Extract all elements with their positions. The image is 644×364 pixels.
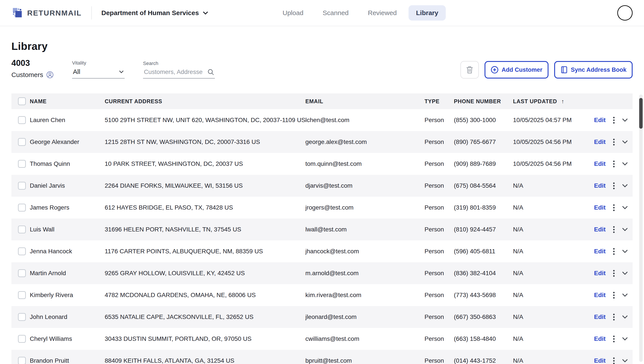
person-circle-icon[interactable] xyxy=(46,71,54,78)
row-checkbox[interactable] xyxy=(18,269,26,277)
customer-email: lchen@test.com xyxy=(305,116,424,124)
customer-address: 1215 28TH ST NW, WASHINGTON, DC, 20007-3… xyxy=(105,138,305,146)
kebab-menu-icon[interactable] xyxy=(612,116,615,125)
row-checkbox[interactable] xyxy=(18,248,26,255)
edit-link[interactable]: Edit xyxy=(594,226,606,233)
column-header-current-address[interactable]: CURRENT ADDRESS xyxy=(105,98,305,104)
kebab-menu-icon[interactable] xyxy=(612,247,615,256)
chevron-down-icon[interactable] xyxy=(622,184,628,188)
customers-table: NAME CURRENT ADDRESS EMAIL TYPE PHONE NU… xyxy=(12,94,632,364)
edit-link[interactable]: Edit xyxy=(594,204,606,211)
sync-address-book-button[interactable]: Sync Address Book xyxy=(554,61,632,78)
row-checkbox[interactable] xyxy=(18,160,26,168)
chevron-down-icon[interactable] xyxy=(622,140,628,144)
customer-last-updated: N/A xyxy=(513,248,594,255)
customer-type: Person xyxy=(424,116,454,124)
column-header-last-updated[interactable]: LAST UPDATED ↑ xyxy=(513,98,594,105)
nav-tab-scanned[interactable]: Scanned xyxy=(315,5,356,20)
row-checkbox[interactable] xyxy=(18,204,26,212)
table-body: Lauren Chen 5100 29TH STREET NW, UNIT 62… xyxy=(12,109,632,364)
customer-last-updated: N/A xyxy=(513,182,594,189)
customer-name: Daniel Jarvis xyxy=(30,182,105,189)
edit-link[interactable]: Edit xyxy=(594,335,606,342)
edit-link[interactable]: Edit xyxy=(594,292,606,298)
edit-link[interactable]: Edit xyxy=(594,116,606,124)
nav-tab-library[interactable]: Library xyxy=(408,5,446,20)
chevron-down-icon[interactable] xyxy=(622,162,628,166)
customer-address: 31696 HELEN PORT, NASHVILLE, TN, 37545 U… xyxy=(105,226,305,233)
library-page: Library 4003 Customers Vitality All xyxy=(0,40,644,364)
avatar[interactable]: DHS xyxy=(617,5,632,20)
row-checkbox[interactable] xyxy=(18,335,26,343)
search-label: Search xyxy=(143,60,215,66)
column-header-type[interactable]: TYPE xyxy=(424,98,454,104)
scrollbar-track[interactable] xyxy=(639,94,643,362)
chevron-down-icon[interactable] xyxy=(622,272,628,275)
column-header-phone-number[interactable]: PHONE NUMBER xyxy=(454,98,513,104)
customer-email: djarvis@test.com xyxy=(305,182,424,189)
kebab-menu-icon[interactable] xyxy=(612,138,615,147)
edit-link[interactable]: Edit xyxy=(594,270,606,277)
customer-name: Brandon Pruitt xyxy=(30,357,105,364)
edit-link[interactable]: Edit xyxy=(594,357,606,364)
customer-last-updated: N/A xyxy=(513,314,594,320)
vitality-label: Vitality xyxy=(72,60,125,66)
organization-selector[interactable]: Department of Human Services xyxy=(101,9,208,16)
chevron-down-icon[interactable] xyxy=(622,206,628,209)
edit-link[interactable]: Edit xyxy=(594,248,606,255)
chevron-down-icon[interactable] xyxy=(622,293,628,297)
customer-name: Lauren Chen xyxy=(30,116,105,124)
table-header-row: NAME CURRENT ADDRESS EMAIL TYPE PHONE NU… xyxy=(12,94,632,109)
organization-name: Department of Human Services xyxy=(101,9,199,16)
row-checkbox[interactable] xyxy=(18,291,26,299)
edit-link[interactable]: Edit xyxy=(594,182,606,189)
kebab-menu-icon[interactable] xyxy=(612,203,615,212)
chevron-down-icon[interactable] xyxy=(622,359,628,362)
chevron-down-icon[interactable] xyxy=(622,250,628,253)
table-row: Brandon Pruitt 88409 KEITH FALLS, ATLANT… xyxy=(12,350,632,364)
column-header-email[interactable]: EMAIL xyxy=(305,98,424,104)
row-checkbox[interactable] xyxy=(18,182,26,190)
customer-count-block: 4003 Customers xyxy=(12,58,54,78)
kebab-menu-icon[interactable] xyxy=(612,181,615,190)
table-row: John Leonard 6535 NATALIE CAPE, JACKSONV… xyxy=(12,306,632,328)
edit-link[interactable]: Edit xyxy=(594,138,606,146)
chevron-down-icon[interactable] xyxy=(622,315,628,319)
search-input[interactable] xyxy=(144,68,203,76)
customer-last-updated: 10/05/2025 04:56 PM xyxy=(513,138,594,146)
row-checkbox[interactable] xyxy=(18,138,26,146)
customer-type: Person xyxy=(424,314,454,320)
add-customer-button[interactable]: Add Customer xyxy=(485,61,548,78)
customer-phone: (773) 443-5698 xyxy=(454,292,513,298)
scrollbar-thumb[interactable] xyxy=(639,98,643,128)
edit-link[interactable]: Edit xyxy=(594,314,606,320)
row-checkbox[interactable] xyxy=(18,313,26,321)
row-checkbox[interactable] xyxy=(18,357,26,364)
chevron-down-icon[interactable] xyxy=(622,228,628,231)
kebab-menu-icon[interactable] xyxy=(612,159,615,169)
chevron-down-icon[interactable] xyxy=(622,118,628,122)
kebab-menu-icon[interactable] xyxy=(612,290,615,300)
kebab-menu-icon[interactable] xyxy=(612,334,615,344)
nav-tab-reviewed[interactable]: Reviewed xyxy=(361,5,404,20)
customer-type: Person xyxy=(424,335,454,342)
table-row: Kimberly Rivera 4782 MCDONALD GARDENS, O… xyxy=(12,284,632,306)
row-checkbox[interactable] xyxy=(18,116,26,124)
edit-link[interactable]: Edit xyxy=(594,160,606,167)
kebab-menu-icon[interactable] xyxy=(612,312,615,322)
row-checkbox[interactable] xyxy=(18,226,26,234)
brand-logo[interactable]: RETURNMAIL xyxy=(12,7,82,19)
main-navigation: Upload Scanned Reviewed Library xyxy=(275,5,446,20)
kebab-menu-icon[interactable] xyxy=(612,356,615,364)
top-navigation-bar: RETURNMAIL Department of Human Services … xyxy=(0,0,644,26)
chevron-down-icon[interactable] xyxy=(622,337,628,340)
column-header-name[interactable]: NAME xyxy=(30,98,105,104)
customer-name: George Alexander xyxy=(30,138,105,146)
select-all-checkbox[interactable] xyxy=(18,97,26,105)
nav-tab-upload[interactable]: Upload xyxy=(275,5,311,20)
customer-phone: (909) 889-7689 xyxy=(454,160,513,167)
vitality-dropdown[interactable]: All xyxy=(72,66,125,78)
kebab-menu-icon[interactable] xyxy=(612,268,615,278)
delete-button[interactable] xyxy=(461,61,479,78)
kebab-menu-icon[interactable] xyxy=(612,225,615,234)
